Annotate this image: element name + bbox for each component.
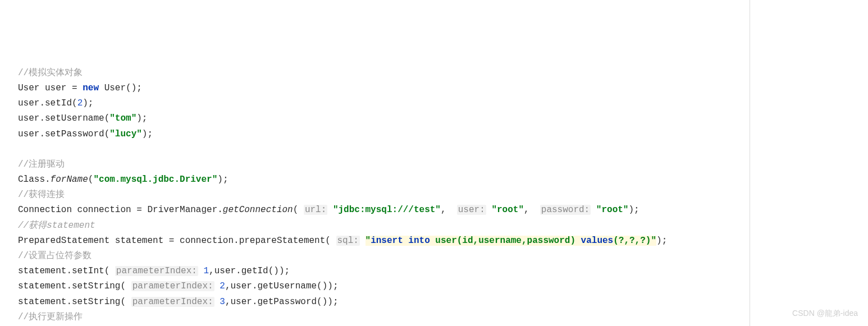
- param-hint: parameterIndex:: [131, 297, 214, 307]
- comment: //设置占位符参数: [18, 251, 92, 261]
- param-hint: user:: [457, 205, 486, 215]
- param-hint: parameterIndex:: [115, 266, 198, 276]
- code-line: statement.setInt( parameterIndex: 1,user…: [18, 266, 290, 276]
- param-hint: password:: [540, 205, 591, 215]
- margin-guide: [750, 0, 750, 326]
- code-line: user.setPassword("lucy");: [18, 129, 153, 139]
- param-hint: url:: [304, 205, 327, 215]
- comment: //获得连接: [18, 190, 65, 200]
- comment: //注册驱动: [18, 159, 65, 169]
- code-line: PreparedStatement statement = connection…: [18, 236, 667, 246]
- code-line: statement.setString( parameterIndex: 2,u…: [18, 281, 339, 291]
- code-line: user.setUsername("tom");: [18, 113, 147, 123]
- comment: //执行更新操作: [18, 312, 83, 322]
- watermark: CSDN @龍弟-idea: [792, 307, 858, 320]
- param-hint: parameterIndex:: [131, 281, 214, 291]
- code-line: statement.setString( parameterIndex: 3,u…: [18, 297, 339, 307]
- code-block: //模拟实体对象 User user = new User(); user.se…: [0, 66, 868, 326]
- code-line: user.setId(2);: [18, 98, 93, 108]
- code-line: User user = new User();: [18, 83, 142, 93]
- param-hint: sql:: [336, 236, 360, 246]
- comment: //获得statement: [18, 221, 95, 231]
- code-line: Connection connection = DriverManager.ge…: [18, 205, 639, 215]
- code-line: Class.forName("com.mysql.jdbc.Driver");: [18, 175, 228, 185]
- comment: //模拟实体对象: [18, 68, 83, 78]
